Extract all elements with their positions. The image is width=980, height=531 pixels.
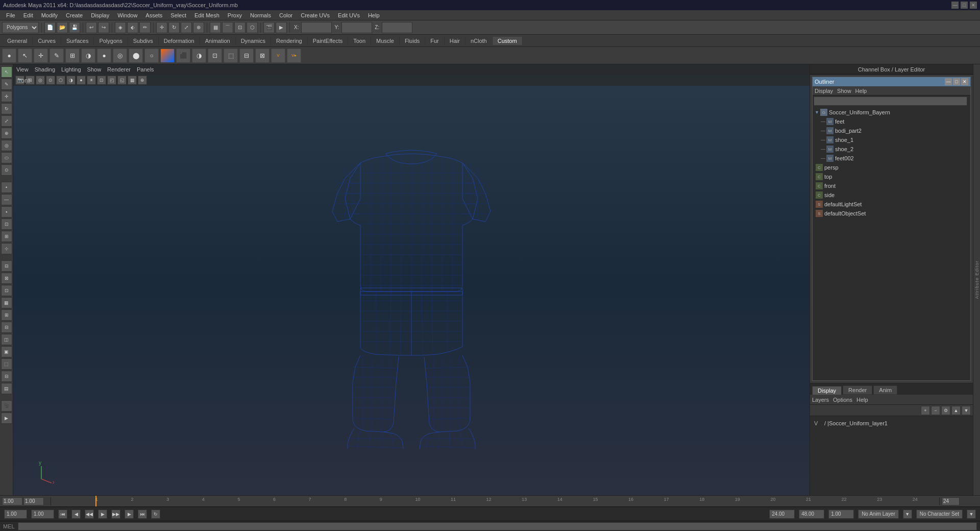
close-button[interactable]: ✕ bbox=[970, 2, 977, 9]
step-back-button[interactable]: ◀ bbox=[71, 510, 81, 519]
ipr-button[interactable]: ▶ bbox=[276, 22, 287, 33]
shelf-tab-deformation[interactable]: Deformation bbox=[159, 37, 200, 45]
right-edge[interactable]: Attribute Editor bbox=[973, 64, 980, 495]
current-frame-field[interactable] bbox=[828, 510, 854, 519]
new-scene-button[interactable]: 📄 bbox=[44, 22, 56, 33]
shelf-tab-fur[interactable]: Fur bbox=[425, 37, 445, 45]
shelf-tab-curves[interactable]: Curves bbox=[33, 37, 61, 45]
viewport-view-menu[interactable]: View bbox=[16, 66, 29, 73]
range-end-field[interactable] bbox=[942, 497, 960, 505]
scale-tool-button[interactable]: ⤢ bbox=[1, 115, 12, 127]
layer-delete-button[interactable]: − bbox=[931, 406, 940, 415]
tree-item-default-object-set[interactable]: S defaultObjectSet bbox=[813, 209, 970, 218]
play-back-button[interactable]: ◀◀ bbox=[85, 510, 94, 519]
select-tool-button[interactable]: ↖ bbox=[1, 66, 12, 78]
move-tool-button[interactable]: ✛ bbox=[1, 91, 12, 102]
layer-subtab-layers[interactable]: Layers bbox=[812, 397, 829, 403]
shelf-icon-uv3[interactable]: ⊟ bbox=[239, 49, 254, 63]
shelf-icon-render2[interactable]: ◑ bbox=[192, 49, 206, 63]
shelf-tab-painteffects[interactable]: PaintEffects bbox=[308, 37, 349, 45]
undo-button[interactable]: ↩ bbox=[86, 22, 97, 33]
redo-button[interactable]: ↪ bbox=[98, 22, 109, 33]
shelf-icon-flat[interactable]: ◑ bbox=[81, 49, 95, 63]
shelf-tab-general[interactable]: General bbox=[2, 37, 33, 45]
vp-texture[interactable]: ⊡ bbox=[97, 76, 106, 85]
outliner-help-menu[interactable]: Help bbox=[855, 88, 867, 94]
outliner-minimize[interactable]: — bbox=[945, 78, 952, 85]
shelf-icon-smooth[interactable]: ● bbox=[97, 49, 111, 63]
anim-start-field[interactable] bbox=[4, 510, 27, 519]
rotate-button[interactable]: ↻ bbox=[168, 22, 180, 33]
shelf-icon-uv4[interactable]: ⊠ bbox=[255, 49, 270, 63]
soft-mod-button[interactable]: ◎ bbox=[1, 140, 12, 151]
shelf-icon-render1[interactable]: ⬛ bbox=[176, 49, 190, 63]
shelf-icon-paint[interactable]: ✎ bbox=[50, 49, 64, 63]
paint-select-button[interactable]: ✏ bbox=[139, 22, 151, 33]
layout6[interactable]: ⊟ bbox=[1, 322, 12, 333]
component-vertex[interactable]: • bbox=[1, 182, 12, 193]
vp-grid[interactable]: ▦ bbox=[128, 76, 137, 85]
shelf-tab-dynamics[interactable]: Dynamics bbox=[236, 37, 271, 45]
vp-smooth[interactable]: ◑ bbox=[66, 76, 76, 85]
vp-frame-sel[interactable]: ◎ bbox=[36, 76, 45, 85]
vp-solid[interactable]: ● bbox=[77, 76, 86, 85]
y-field[interactable] bbox=[341, 22, 372, 33]
shelf-tab-rendering[interactable]: Rendering bbox=[271, 37, 308, 45]
maximize-button[interactable]: □ bbox=[961, 2, 968, 9]
loop-button[interactable]: ↻ bbox=[151, 510, 160, 519]
shelf-tab-polygons[interactable]: Polygons bbox=[94, 37, 128, 45]
shelf-icon-sphere[interactable]: ● bbox=[2, 49, 16, 63]
shelf-tab-ncloth[interactable]: nCloth bbox=[465, 37, 493, 45]
play-forward-button[interactable]: ▶▶ bbox=[111, 510, 120, 519]
vp-light[interactable]: ☀ bbox=[87, 76, 96, 85]
x-field[interactable] bbox=[301, 22, 332, 33]
viewport-renderer-menu[interactable]: Renderer bbox=[107, 66, 131, 73]
menu-modify[interactable]: Modify bbox=[37, 12, 62, 18]
go-to-end-button[interactable]: ⏭ bbox=[138, 510, 147, 519]
menu-help[interactable]: Help bbox=[364, 12, 384, 18]
current-time-field[interactable] bbox=[23, 497, 44, 505]
vp-shadows[interactable]: ◰ bbox=[107, 76, 116, 85]
sculpt-button[interactable]: ⬭ bbox=[1, 152, 12, 163]
layout2[interactable]: ⊠ bbox=[1, 273, 12, 284]
quick-layout[interactable]: ▤ bbox=[1, 383, 12, 394]
open-button[interactable]: 📂 bbox=[57, 22, 68, 33]
layout9[interactable]: ⬚ bbox=[1, 358, 12, 370]
minimize-button[interactable]: — bbox=[951, 2, 959, 9]
shelf-icon-cursor[interactable]: ↖ bbox=[18, 49, 32, 63]
snap-point[interactable]: ⊡ bbox=[234, 22, 246, 33]
go-to-start-button[interactable]: ⏮ bbox=[58, 510, 67, 519]
vp-select-camera[interactable]: 📷 bbox=[15, 76, 24, 85]
anim-range-end[interactable] bbox=[799, 510, 824, 519]
outliner-display-menu[interactable]: Display bbox=[815, 88, 833, 94]
layer-tab-render[interactable]: Render bbox=[843, 385, 872, 395]
menu-window[interactable]: Window bbox=[113, 12, 141, 18]
render-view-button[interactable]: ▶ bbox=[1, 413, 12, 424]
layer-subtab-options[interactable]: Options bbox=[833, 397, 852, 403]
menu-color[interactable]: Color bbox=[275, 12, 297, 18]
tree-item-persp[interactable]: C persp bbox=[813, 163, 970, 172]
universal-tool-button[interactable]: ⊕ bbox=[1, 128, 12, 139]
viewport-shading-menu[interactable]: Shading bbox=[35, 66, 55, 73]
tree-item-root[interactable]: ▼ G Soccer_Uniform_Bayern bbox=[813, 108, 970, 117]
timeline-ruler[interactable]: 1 2 3 4 5 6 7 8 9 10 11 12 13 14 15 16 1… bbox=[51, 496, 939, 506]
layer-tab-display[interactable]: Display bbox=[812, 386, 842, 395]
tree-item-front[interactable]: C front bbox=[813, 181, 970, 190]
layout1[interactable]: ⊟ bbox=[1, 260, 12, 272]
menu-create[interactable]: Create bbox=[62, 12, 87, 18]
layer-visibility[interactable]: V bbox=[814, 420, 822, 426]
lasso-button[interactable]: ⬖ bbox=[127, 22, 138, 33]
universal-button[interactable]: ⊕ bbox=[193, 22, 204, 33]
range-start-field[interactable] bbox=[2, 497, 22, 505]
shelf-tab-muscle[interactable]: Muscle bbox=[371, 37, 400, 45]
render-button[interactable]: 🎬 bbox=[263, 22, 275, 33]
outliner-maximize[interactable]: □ bbox=[953, 78, 960, 85]
layer-row-uniform[interactable]: V / |Soccer_Uniform_layer1 bbox=[812, 418, 971, 428]
shelf-icon-wire[interactable]: ⊞ bbox=[65, 49, 80, 63]
tree-item-bodi-part2[interactable]: — M bodi_part2 bbox=[813, 126, 970, 135]
mode-dropdown[interactable]: Polygons bbox=[2, 22, 39, 33]
component-edge[interactable]: — bbox=[1, 194, 12, 205]
layout10[interactable]: ⊟ bbox=[1, 371, 12, 382]
shelf-icon-metal[interactable]: ⬤ bbox=[129, 49, 143, 63]
anim-current-field[interactable] bbox=[31, 510, 54, 519]
